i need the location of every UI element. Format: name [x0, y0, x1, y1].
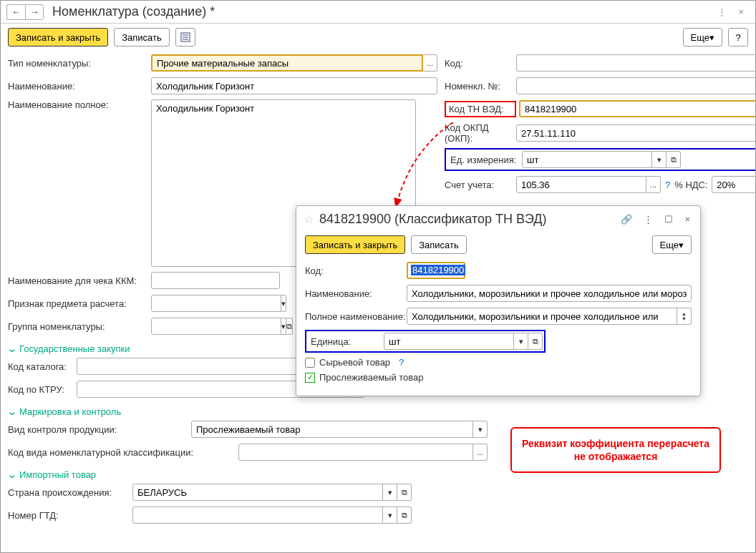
nds-label: % НДС:: [674, 180, 712, 190]
account-input[interactable]: [516, 176, 646, 193]
group-dropdown-button[interactable]: ▾: [281, 318, 286, 335]
code-label: Код:: [445, 58, 516, 69]
type-input[interactable]: [151, 54, 423, 72]
popup-save-button[interactable]: Записать: [411, 235, 467, 254]
type-ellipsis-button[interactable]: ...: [423, 54, 437, 72]
kebab-menu-icon[interactable]: ⋮: [712, 6, 732, 17]
gtd-label: Номер ГТД:: [8, 510, 132, 521]
nds-input[interactable]: [712, 176, 756, 193]
account-help-icon[interactable]: ?: [661, 180, 674, 190]
nomenkl-no-input[interactable]: [516, 77, 756, 94]
popup-full-label: Полное наименование:: [305, 311, 407, 322]
close-icon[interactable]: ×: [732, 6, 750, 17]
popup-full-input[interactable]: [407, 308, 677, 325]
popup-code-label: Код:: [305, 265, 407, 276]
popup-save-close-button[interactable]: Записать и закрыть: [305, 235, 405, 254]
nav-forward-button[interactable]: →: [25, 4, 44, 20]
control-type-label: Вид контроля продукции:: [8, 424, 191, 435]
popup-full-stepper[interactable]: ▲▼: [677, 308, 692, 325]
gtd-dropdown-button[interactable]: ▾: [383, 506, 397, 524]
raw-label: Сырьевой товар: [319, 357, 390, 368]
raw-help-icon[interactable]: ?: [394, 357, 408, 368]
origin-open-button[interactable]: ⧉: [397, 484, 412, 501]
class-ellipsis-button[interactable]: ...: [473, 444, 488, 461]
type-label: Тип номенклатуры:: [8, 58, 151, 69]
nomenkl-no-label: Номенкл. №:: [445, 81, 516, 92]
popup-close-icon[interactable]: ×: [682, 214, 693, 225]
group-input[interactable]: [151, 318, 281, 335]
ktru-label: Код по КТРУ:: [8, 384, 77, 395]
origin-label: Страна происхождения:: [8, 487, 132, 498]
okpd-input[interactable]: [516, 124, 756, 142]
name-input[interactable]: [151, 77, 437, 94]
list-icon-button[interactable]: [175, 28, 195, 47]
popup-name-input[interactable]: [407, 285, 692, 302]
tnved-label: Код ТН ВЭД:: [445, 101, 516, 117]
raw-checkbox[interactable]: [305, 358, 315, 368]
kkm-label: Наименование для чека ККМ:: [8, 275, 151, 286]
origin-input[interactable]: [132, 484, 383, 501]
popup-unit-input[interactable]: [384, 333, 514, 350]
catalog-code-label: Код каталога:: [8, 361, 77, 372]
popup-maximize-icon[interactable]: ☐: [662, 214, 676, 225]
unit-label: Ед. измерения:: [450, 155, 522, 165]
name-label: Наименование:: [8, 81, 151, 92]
nav-back-button[interactable]: ←: [6, 4, 25, 20]
tnved-input[interactable]: [519, 100, 756, 117]
unit-open-button[interactable]: ⧉: [667, 151, 681, 168]
popup-menu-icon[interactable]: ⋮: [641, 214, 656, 225]
more-button[interactable]: Еще ▾: [683, 28, 722, 47]
popup-unit-dropdown-button[interactable]: ▾: [514, 333, 528, 350]
trace-label: Прослеживаемый товар: [319, 372, 424, 383]
annotation-callout: Реквизит коэффициента перерасчета не ото…: [510, 427, 721, 473]
save-button[interactable]: Записать: [114, 28, 170, 47]
classifier-popup: ☆ 8418219900 (Классификатор ТН ВЭД) 🔗 ⋮ …: [296, 205, 701, 396]
account-label: Счет учета:: [445, 180, 516, 190]
gtd-open-button[interactable]: ⧉: [397, 506, 412, 524]
trace-checkbox[interactable]: ✓: [305, 373, 315, 383]
popup-link-icon[interactable]: 🔗: [618, 214, 635, 225]
calc-sign-label: Признак предмета расчета:: [8, 298, 151, 309]
popup-unit-label: Единица:: [311, 336, 384, 347]
kkm-input[interactable]: [151, 272, 280, 289]
okpd-label: Код ОКПД (ОКП):: [445, 122, 516, 144]
save-close-button[interactable]: Записать и закрыть: [8, 28, 108, 47]
class-code-input[interactable]: [238, 444, 473, 461]
page-title: Номенклатура (создание) *: [52, 4, 712, 19]
control-type-input[interactable]: [191, 421, 473, 438]
gtd-input[interactable]: [132, 506, 383, 524]
popup-code-input[interactable]: 8418219900: [407, 262, 465, 279]
popup-unit-open-button[interactable]: ⧉: [528, 333, 543, 350]
group-label: Группа номенклатуры:: [8, 321, 151, 332]
account-ellipsis-button[interactable]: ...: [646, 176, 661, 193]
help-button[interactable]: ?: [728, 28, 748, 47]
class-code-label: Код вида номенклатурной классификации:: [8, 447, 238, 458]
popup-more-button[interactable]: Еще ▾: [652, 235, 692, 254]
calc-sign-input[interactable]: [151, 295, 281, 312]
group-open-button[interactable]: ⧉: [286, 318, 293, 335]
control-dropdown-button[interactable]: ▾: [473, 421, 488, 438]
unit-dropdown-button[interactable]: ▾: [652, 151, 667, 168]
section-mark-toggle[interactable]: Маркировка и контроль: [8, 403, 748, 420]
full-name-label: Наименование полное:: [8, 99, 151, 110]
code-input[interactable]: [516, 54, 756, 72]
list-icon: [180, 32, 190, 42]
favorite-star-icon[interactable]: ☆: [304, 212, 314, 226]
popup-title: 8418219900 (Классификатор ТН ВЭД): [319, 212, 612, 227]
unit-input[interactable]: [522, 151, 652, 168]
origin-dropdown-button[interactable]: ▾: [383, 484, 397, 501]
calc-sign-dropdown-button[interactable]: ▾: [281, 295, 286, 312]
popup-name-label: Наименование:: [305, 288, 407, 299]
